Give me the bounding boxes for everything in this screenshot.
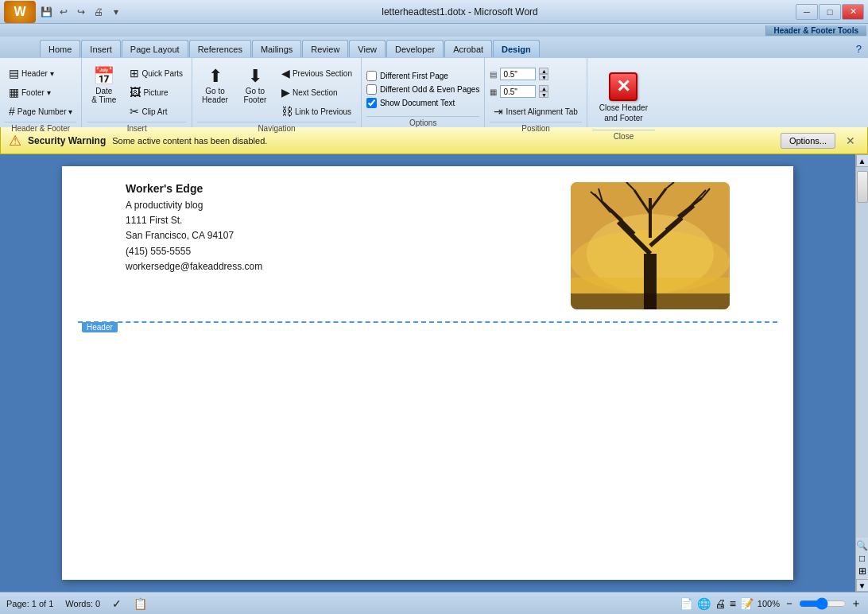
tab-home[interactable]: Home <box>40 40 80 57</box>
date-time-button[interactable]: 📅 Date& Time <box>87 64 121 107</box>
zoom-in-icon[interactable]: 🔍 <box>856 540 868 551</box>
email: workersedge@fakeaddress.com <box>126 259 262 274</box>
footer-button[interactable]: ▦ Footer ▾ <box>5 84 55 101</box>
tagline: A productivity blog <box>126 198 262 213</box>
page-view-icon[interactable]: □ <box>859 553 865 564</box>
tab-bar: Home Insert Page Layout References Maili… <box>0 37 868 57</box>
window-close-button[interactable]: ✕ <box>842 4 864 20</box>
dropdown-qa-btn[interactable]: ▾ <box>108 4 124 20</box>
ribbon: ▤ Header ▾ ▦ Footer ▾ # Page Number ▾ He… <box>0 57 868 127</box>
scroll-track[interactable] <box>856 167 868 538</box>
scroll-down-button[interactable]: ▼ <box>856 579 869 592</box>
position-group-label: Position <box>490 122 581 133</box>
company-name: Worker's Edge <box>126 182 262 195</box>
redo-qa-btn[interactable]: ↪ <box>73 4 89 20</box>
view-normal-icon[interactable]: 📄 <box>680 597 693 610</box>
tab-insert[interactable]: Insert <box>81 40 121 57</box>
tab-design[interactable]: Design <box>493 40 540 57</box>
view-print-icon[interactable]: 🖨 <box>715 597 726 610</box>
picture-button[interactable]: 🖼 Picture <box>126 84 187 101</box>
previous-section-button[interactable]: ◀ Previous Section <box>277 64 356 82</box>
title-bar-left: W 💾 ↩ ↪ 🖨 ▾ <box>4 1 124 23</box>
address1: 1111 First St. <box>126 213 262 228</box>
word-count: Words: 0 <box>65 599 100 608</box>
navigation-group: ⬆ Go toHeader ⬇ Go toFooter ◀ Previous S… <box>192 58 362 127</box>
header-letterhead: Worker's Edge A productivity blog 1111 F… <box>126 182 262 274</box>
scroll-thumb[interactable] <box>857 171 868 203</box>
spell-check-icon[interactable]: ✓ <box>112 597 122 610</box>
document-header: Worker's Edge A productivity blog 1111 F… <box>62 166 793 321</box>
window-title: letterheadtest1.dotx - Microsoft Word <box>382 6 538 17</box>
view-web-icon[interactable]: 🌐 <box>697 597 711 610</box>
language-icon[interactable]: 📋 <box>134 597 147 610</box>
header-button[interactable]: ▤ Header ▾ <box>5 64 58 82</box>
page-number-button[interactable]: # Page Number ▾ <box>5 103 76 120</box>
close-header-footer-button[interactable]: ✕ Close Headerand Footer <box>592 68 655 128</box>
tab-mailings[interactable]: Mailings <box>252 40 301 57</box>
position-group: ▤ ▲ ▼ ▦ ▲ ▼ ⇥ Insert Alignment Tab Pos <box>485 58 587 127</box>
footer-position-spinner: ▲ ▼ <box>539 85 548 98</box>
different-odd-even-checkbox[interactable]: Different Odd & Even Pages <box>366 84 479 95</box>
tab-developer[interactable]: Developer <box>386 40 444 57</box>
different-first-page-checkbox[interactable]: Different First Page <box>366 71 448 81</box>
header-label: Header <box>82 322 118 332</box>
tab-references[interactable]: References <box>189 40 251 57</box>
status-bar: Page: 1 of 1 Words: 0 ✓ 📋 📄 🌐 🖨 ≡ 📝 100%… <box>0 592 868 614</box>
view-draft-icon[interactable]: 📝 <box>740 597 754 610</box>
undo-qa-btn[interactable]: ↩ <box>56 4 72 20</box>
zoom-level: 100% <box>758 599 780 608</box>
document-body[interactable] <box>62 323 793 546</box>
hft-label: Header & Footer Tools <box>765 25 867 36</box>
tab-review[interactable]: Review <box>302 40 348 57</box>
zoom-slider[interactable] <box>799 600 847 608</box>
security-title: Security Warning <box>28 135 106 146</box>
footer-position-input[interactable] <box>500 85 536 98</box>
svg-rect-21 <box>571 293 730 309</box>
phone: (415) 555-5555 <box>126 244 262 259</box>
security-close-button[interactable]: ✕ <box>842 133 859 149</box>
header-tree-image <box>571 182 730 309</box>
status-right: 📄 🌐 🖨 ≡ 📝 100% － ＋ <box>680 597 862 611</box>
options-group-label: Options <box>366 116 479 127</box>
title-bar: W 💾 ↩ ↪ 🖨 ▾ letterheadtest1.dotx - Micro… <box>0 0 868 24</box>
quick-parts-button[interactable]: ⊞ Quick Parts <box>126 64 187 82</box>
tab-view[interactable]: View <box>349 40 386 57</box>
document-page: Worker's Edge A productivity blog 1111 F… <box>62 166 793 580</box>
quick-access-toolbar: 💾 ↩ ↪ 🖨 ▾ <box>38 4 124 20</box>
page-count: Page: 1 of 1 <box>6 599 53 608</box>
zoom-in-status-icon[interactable]: ＋ <box>851 597 862 611</box>
show-document-text-checkbox[interactable]: Show Document Text <box>366 98 455 108</box>
save-qa-btn[interactable]: 💾 <box>38 4 54 20</box>
header-boundary: Header <box>78 321 777 323</box>
print-qa-btn[interactable]: 🖨 <box>91 4 107 20</box>
link-to-previous-button[interactable]: ⛓ Link to Previous <box>277 103 356 120</box>
window-controls: ─ □ ✕ <box>796 4 864 20</box>
close-group: ✕ Close Headerand Footer Close <box>587 58 660 127</box>
zoom-out-icon[interactable]: － <box>784 597 795 611</box>
tab-acrobat[interactable]: Acrobat <box>444 40 492 57</box>
view-outline-icon[interactable]: ≡ <box>730 597 736 610</box>
insert-alignment-button[interactable]: ⇥ Insert Alignment Tab <box>490 103 581 120</box>
clip-art-button[interactable]: ✂ Clip Art <box>126 103 187 120</box>
minimize-button[interactable]: ─ <box>796 4 818 20</box>
go-to-footer-button[interactable]: ⬇ Go toFooter <box>238 64 273 107</box>
office-button[interactable]: W <box>4 1 36 23</box>
next-section-button[interactable]: ▶ Next Section <box>277 84 356 101</box>
document-area: Worker's Edge A productivity blog 1111 F… <box>0 154 855 592</box>
maximize-button[interactable]: □ <box>819 4 841 20</box>
close-x-icon: ✕ <box>609 72 637 101</box>
header-position-input[interactable] <box>500 68 536 80</box>
vertical-scrollbar: ▲ 🔍 □ ⊞ ▼ <box>855 154 868 592</box>
options-group: Different First Page Different Odd & Eve… <box>362 58 485 127</box>
two-page-icon[interactable]: ⊞ <box>858 565 866 577</box>
header-position-spinner: ▲ ▼ <box>539 68 548 80</box>
insert-group: 📅 Date& Time ⊞ Quick Parts 🖼 Picture ✂ C… <box>82 58 192 127</box>
help-button[interactable]: ? <box>850 41 868 57</box>
tab-page-layout[interactable]: Page Layout <box>122 40 188 57</box>
security-message: Some active content has been disabled. <box>112 136 774 146</box>
security-options-button[interactable]: Options... <box>781 133 835 149</box>
status-left: Page: 1 of 1 Words: 0 ✓ 📋 <box>6 597 147 610</box>
scroll-up-button[interactable]: ▲ <box>856 154 869 167</box>
security-icon: ⚠ <box>9 132 21 150</box>
go-to-header-button[interactable]: ⬆ Go toHeader <box>197 64 233 107</box>
